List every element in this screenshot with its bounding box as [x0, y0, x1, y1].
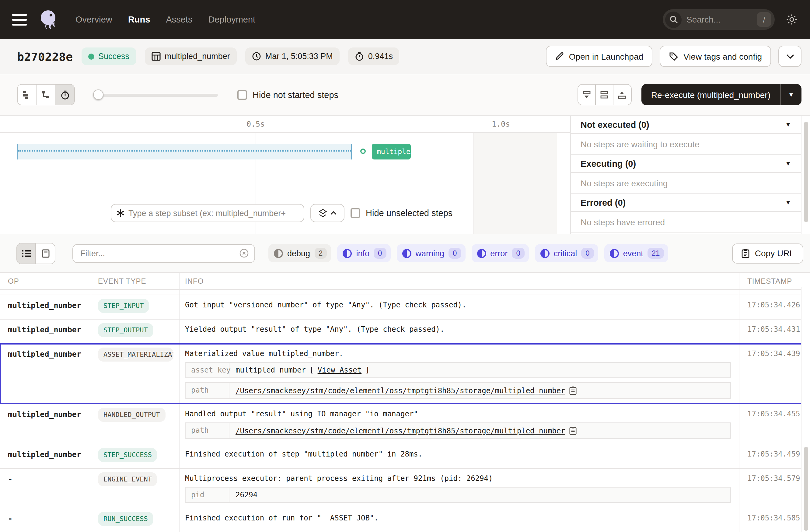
metadata-entry: asset_keymultipled_number [View Asset] [185, 362, 731, 378]
status-section-header[interactable]: Not executed (0)▼ [571, 116, 801, 134]
partial-row [0, 290, 810, 295]
toggle-switch-icon [610, 249, 619, 258]
stopwatch-icon [355, 52, 364, 61]
hamburger-menu-icon[interactable] [12, 14, 27, 25]
dagster-run-page: OverviewRunsAssetsDeployment Search... /… [0, 0, 810, 532]
nav-link-deployment[interactable]: Deployment [208, 15, 255, 25]
level-toggle-critical[interactable]: critical0 [535, 244, 598, 262]
event-type-badge: ASSET_MATERIALIZAT… [98, 348, 174, 361]
level-toggle-info[interactable]: info0 [337, 244, 390, 262]
search-icon [665, 11, 682, 28]
expand-up-icon[interactable] [613, 85, 631, 105]
column-header-event-type: EVENT TYPE [91, 273, 179, 289]
nav-link-overview[interactable]: Overview [76, 15, 112, 25]
log-timestamp: 17:05:34.439 [740, 344, 801, 404]
log-view-mode-group [16, 243, 55, 264]
zoom-slider[interactable] [93, 90, 218, 100]
event-type-badge: ENGINE_EVENT [98, 472, 157, 486]
op-selector-icon [116, 209, 125, 217]
log-info-text: Finished execution of step "multipled_nu… [185, 450, 731, 458]
copy-path-icon[interactable] [569, 386, 577, 395]
log-row[interactable]: multipled_number STEP_OUTPUT Yielded out… [0, 320, 810, 344]
log-row[interactable]: multipled_number HANDLED_OUTPUT Handled … [0, 404, 810, 444]
zoom-slider-handle[interactable] [93, 90, 103, 100]
split-view-icon[interactable] [596, 85, 613, 105]
log-row[interactable]: multipled_number STEP_INPUT Got input "v… [0, 295, 810, 320]
step-subset-placeholder: Type a step subset (ex: multipled_number… [128, 209, 286, 217]
event-type-badge: STEP_OUTPUT [98, 323, 153, 337]
log-row[interactable]: multipled_number STEP_SUCCESS Finished e… [0, 444, 810, 469]
log-row[interactable]: - RUN_SUCCESS Finished execution of run … [0, 508, 810, 532]
search-placeholder: Search... [686, 15, 757, 25]
graph-query-toggle-button[interactable] [310, 204, 344, 222]
search-input[interactable]: Search... / [663, 9, 775, 30]
reexecute-dropdown-button[interactable]: ▼ [781, 91, 801, 98]
status-section-title: Executing (0) [581, 159, 636, 168]
level-toggle-debug[interactable]: debug2 [269, 244, 331, 262]
dagster-logo[interactable] [38, 9, 60, 30]
gantt-section: 0.5s 1.0s multiple… Type a step [0, 116, 810, 235]
panel-scrollbar[interactable] [801, 116, 810, 235]
step-subset-input[interactable]: Type a step subset (ex: multipled_number… [111, 204, 304, 222]
gantt-step-box[interactable]: multiple… [372, 144, 411, 160]
view-asset-link[interactable]: View Asset [318, 366, 362, 374]
view-timed-icon[interactable] [55, 85, 74, 105]
log-row[interactable]: - ENGINE_EVENT Multiprocess executor: pa… [0, 469, 810, 508]
metadata-value: /Users/smackesey/stm/code/elementl/oss/t… [229, 423, 583, 438]
hide-not-started-checkbox[interactable]: Hide not started steps [237, 90, 338, 99]
event-type-badge: STEP_SUCCESS [98, 448, 157, 462]
hide-unselected-checkbox[interactable]: Hide unselected steps [351, 208, 452, 218]
nav-link-runs[interactable]: Runs [128, 15, 150, 25]
gantt-timeline: 0.5s 1.0s [0, 116, 570, 133]
level-toggle-warning[interactable]: warning0 [396, 244, 465, 262]
status-section-header[interactable]: Executing (0)▼ [571, 155, 801, 173]
panel-scrollbar-thumb[interactable] [804, 122, 808, 222]
gantt-overflow-zone [473, 133, 557, 235]
copy-path-icon[interactable] [569, 426, 577, 435]
path-link[interactable]: /Users/smackesey/stm/code/elementl/oss/t… [236, 426, 565, 435]
log-timestamp: 17:05:34.431 [740, 320, 801, 343]
status-section-empty-text: No steps have errored [571, 212, 801, 232]
step-marker-dot [360, 148, 366, 154]
nav-links: OverviewRunsAssetsDeployment [76, 15, 255, 25]
log-structured-view-icon[interactable] [36, 243, 55, 263]
nav-link-assets[interactable]: Assets [166, 15, 192, 25]
path-link[interactable]: /Users/smackesey/stm/code/elementl/oss/t… [236, 386, 565, 395]
clipboard-icon [742, 248, 750, 258]
log-filter-input[interactable]: Filter... [72, 244, 255, 263]
status-section-title: Errored (0) [581, 197, 626, 207]
metadata-key: path [185, 423, 229, 438]
log-timestamp: 17:05:34.426 [740, 295, 801, 319]
column-header-info: INFO [179, 273, 740, 289]
start-time-tag: Mar 1, 5:05:33 PM [245, 47, 340, 65]
log-scrollbar[interactable] [801, 287, 810, 532]
pencil-icon [555, 52, 564, 61]
level-toggle-event[interactable]: event21 [604, 244, 668, 262]
log-timestamp: 17:05:34.459 [740, 444, 801, 468]
metadata-entry: pid26294 [185, 487, 731, 503]
view-tags-config-button[interactable]: View tags and config [660, 46, 771, 67]
open-in-launchpad-button[interactable]: Open in Launchpad [546, 46, 652, 67]
reexecute-button[interactable]: Re-execute (multipled_number) [642, 90, 780, 99]
log-info-text: Yielded output "result" of type "Any". (… [185, 325, 731, 334]
log-list-view-icon[interactable] [17, 243, 36, 263]
level-toggle-error[interactable]: error0 [471, 244, 529, 262]
gear-icon[interactable] [785, 13, 798, 26]
log-row[interactable]: multipled_number ASSET_MATERIALIZAT… Mat… [0, 344, 810, 404]
job-tag[interactable]: multipled_number [145, 47, 237, 65]
status-section-header[interactable]: Errored (0)▼ [571, 194, 801, 212]
level-count-badge: 0 [449, 248, 461, 259]
clear-filter-icon[interactable] [239, 248, 249, 258]
run-actions-dropdown-button[interactable] [778, 46, 801, 67]
log-scrollbar-thumb[interactable] [804, 447, 808, 531]
run-id: b270228e [17, 50, 73, 63]
status-badge: Success [81, 47, 136, 65]
copy-url-button[interactable]: Copy URL [732, 243, 803, 263]
metadata-key: pid [185, 487, 229, 502]
level-count-badge: 0 [374, 248, 386, 259]
view-waterfall-icon[interactable] [36, 85, 55, 105]
timeline-tick: 0.5s [246, 119, 265, 128]
level-count-badge: 21 [648, 248, 664, 259]
view-flat-icon[interactable] [18, 85, 36, 105]
collapse-down-icon[interactable] [578, 85, 596, 105]
